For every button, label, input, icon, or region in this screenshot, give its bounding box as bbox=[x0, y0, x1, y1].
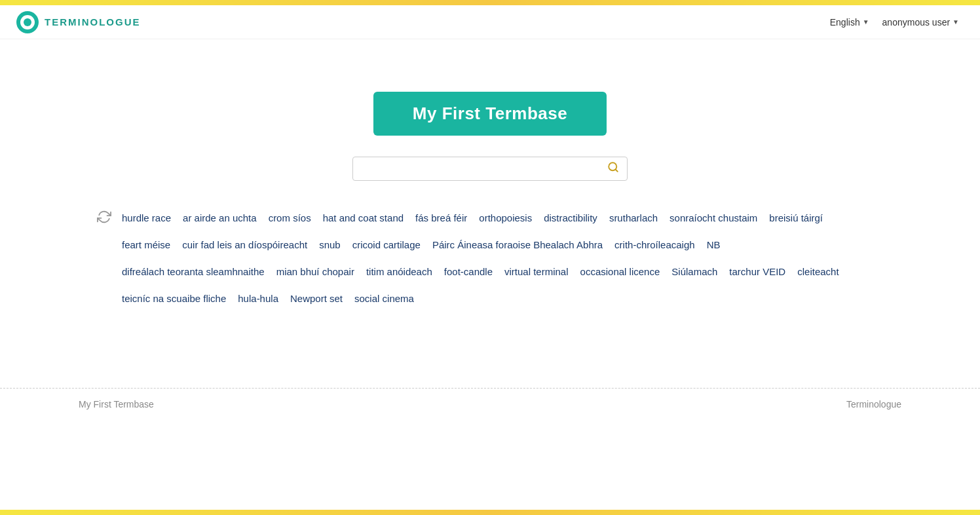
search-button[interactable] bbox=[606, 161, 620, 176]
tag-link[interactable]: fás breá féir bbox=[415, 207, 467, 229]
refresh-icon bbox=[97, 210, 111, 224]
logo-text: TERMINOLOGUE bbox=[45, 16, 141, 28]
tag-link[interactable]: cleiteacht bbox=[797, 261, 839, 282]
tag-link[interactable]: virtual terminal bbox=[504, 261, 569, 282]
tag-link[interactable]: Newport set bbox=[290, 288, 343, 309]
tag-link[interactable]: tarchur VEID bbox=[729, 261, 785, 282]
terminologue-logo-icon bbox=[16, 10, 39, 34]
tag-link[interactable]: hat and coat stand bbox=[323, 207, 404, 229]
header-right: English ▼ anonymous user ▼ bbox=[825, 14, 964, 30]
tags-section: hurdle racear airde an uchtacrom síoshat… bbox=[97, 207, 883, 309]
tag-link[interactable]: occasional licence bbox=[580, 261, 660, 282]
tag-link[interactable]: feart méise bbox=[122, 234, 170, 256]
user-dropdown-arrow: ▼ bbox=[952, 18, 959, 26]
bottom-accent-bar bbox=[0, 510, 980, 515]
svg-line-4 bbox=[615, 169, 617, 171]
search-container bbox=[352, 157, 628, 181]
tag-link[interactable]: hula-hula bbox=[238, 288, 278, 309]
tag-link[interactable]: ar airde an uchta bbox=[183, 207, 257, 229]
logo-area[interactable]: TERMINOLOGUE bbox=[16, 10, 141, 34]
tag-link[interactable]: sonraíocht chustaim bbox=[669, 207, 757, 229]
tag-link[interactable]: distractibility bbox=[544, 207, 597, 229]
search-icon bbox=[607, 161, 619, 173]
footer-termbase-link[interactable]: My First Termbase bbox=[79, 399, 154, 410]
language-label: English bbox=[830, 17, 860, 28]
tag-link[interactable]: mian bhuí chopair bbox=[276, 261, 354, 282]
tag-link[interactable]: orthopoiesis bbox=[479, 207, 532, 229]
language-selector[interactable]: English ▼ bbox=[825, 14, 875, 30]
main-content: My First Termbase hurdle racear airde an… bbox=[0, 39, 980, 309]
refresh-button[interactable] bbox=[97, 210, 111, 227]
tag-link[interactable]: srutharlach bbox=[609, 207, 658, 229]
tag-link[interactable]: Páirc Áineasa foraoise Bhealach Abhra bbox=[432, 234, 603, 256]
tag-link[interactable]: cricoid cartilage bbox=[352, 234, 421, 256]
svg-point-2 bbox=[24, 18, 31, 26]
tag-link[interactable]: Siúlamach bbox=[671, 261, 717, 282]
tag-link[interactable]: breisiú táirgí bbox=[769, 207, 823, 229]
tag-link[interactable]: teicníc na scuaibe fliche bbox=[122, 288, 226, 309]
tag-link[interactable]: crom síos bbox=[269, 207, 311, 229]
search-input[interactable] bbox=[360, 163, 606, 174]
user-label: anonymous user bbox=[882, 17, 951, 28]
user-selector[interactable]: anonymous user ▼ bbox=[877, 14, 964, 30]
tags-list: hurdle racear airde an uchtacrom síoshat… bbox=[122, 207, 883, 309]
tag-link[interactable]: NB bbox=[707, 234, 721, 256]
tag-link[interactable]: crith-chroíleacaigh bbox=[614, 234, 695, 256]
tag-link[interactable]: hurdle race bbox=[122, 207, 171, 229]
language-dropdown-arrow: ▼ bbox=[863, 18, 869, 26]
header: TERMINOLOGUE English ▼ anonymous user ▼ bbox=[0, 5, 980, 39]
tag-link[interactable]: social cinema bbox=[354, 288, 414, 309]
tag-link[interactable]: foot-candle bbox=[444, 261, 493, 282]
termbase-title-button[interactable]: My First Termbase bbox=[373, 92, 607, 136]
footer-app-link[interactable]: Terminologue bbox=[846, 399, 901, 410]
top-accent-bar bbox=[0, 0, 980, 5]
tag-link[interactable]: cuir fad leis an díospóireacht bbox=[182, 234, 307, 256]
tag-link[interactable]: snub bbox=[319, 234, 341, 256]
tag-link[interactable]: titim anóideach bbox=[366, 261, 432, 282]
tag-link[interactable]: difreálach teoranta sleamhnaithe bbox=[122, 261, 265, 282]
footer: My First Termbase Terminologue bbox=[0, 388, 980, 420]
